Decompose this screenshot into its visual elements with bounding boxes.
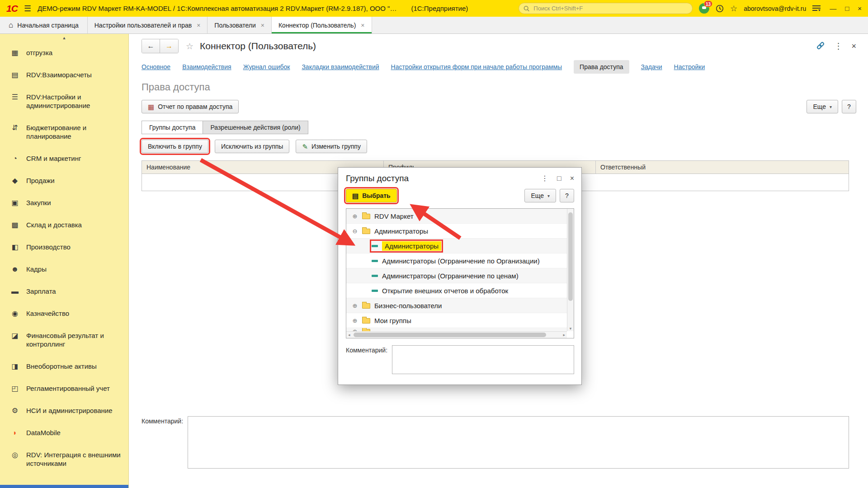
history-icon[interactable] xyxy=(716,5,724,13)
tree-row-administrators-org[interactable]: Администраторы (Огрраничение по Организа… xyxy=(346,253,567,268)
more-menu-icon[interactable]: ⋮ xyxy=(834,42,842,50)
sidebar-scroll-up[interactable]: ▲ xyxy=(0,34,128,42)
toolbar-right-group: Еще ▾ ? xyxy=(807,100,856,113)
nav-link-interactions[interactable]: Взаимодействия xyxy=(182,63,231,70)
sidebar-item-datamobile[interactable]: ◗ DataMobile xyxy=(0,422,128,444)
dialog-more-icon[interactable]: ⋮ xyxy=(541,175,548,182)
close-tab-icon[interactable]: × xyxy=(361,22,364,29)
column-responsible[interactable]: Ответственный xyxy=(596,161,849,174)
favorite-star-icon[interactable]: ☆ xyxy=(186,41,193,52)
edit-group-button[interactable]: ✎ Изменить группу xyxy=(296,140,367,153)
search-input[interactable] xyxy=(533,5,688,12)
sidebar-item-crm[interactable]: ◔ CRM и маркетинг xyxy=(0,147,128,169)
include-in-group-button[interactable]: Включить в группу xyxy=(142,140,208,153)
discussions-icon[interactable]: 13 xyxy=(699,3,709,14)
main-menu-icon[interactable]: ☰ xyxy=(24,4,31,14)
history-nav-group: ← → xyxy=(142,39,179,53)
sidebar-item-purchases[interactable]: ▣ Закупки xyxy=(0,192,128,214)
expand-icon[interactable]: ⊕ xyxy=(352,213,358,220)
close-window-icon[interactable]: × xyxy=(858,5,862,12)
nav-link-tasks[interactable]: Задачи xyxy=(641,63,662,70)
sidebar-item-settlements[interactable]: ▤ RDV:Взаиморасчеты xyxy=(0,64,128,86)
warehouse-icon: ▩ xyxy=(10,221,20,229)
maximize-icon[interactable]: □ xyxy=(845,5,849,12)
dialog-more-button[interactable]: Еще ▾ xyxy=(524,189,556,202)
budgeting-icon: ⇵ xyxy=(10,123,20,132)
scrollbar-thumb[interactable] xyxy=(568,212,573,301)
access-rights-report-button[interactable]: ▦ Отчет по правам доступа xyxy=(142,100,239,113)
sidebar-item-finance[interactable]: ◪ Финансовый результат и контроллинг xyxy=(0,324,128,355)
forward-button[interactable]: → xyxy=(160,39,178,53)
notification-badge: 13 xyxy=(704,0,712,7)
nav-link-settings[interactable]: Настройки xyxy=(674,63,705,70)
tree-row-rdv-market[interactable]: ⊕ RDV Маркет xyxy=(346,209,567,224)
close-form-icon[interactable]: × xyxy=(851,42,856,50)
tab-users[interactable]: Пользователи × xyxy=(208,17,272,33)
sidebar-item-hr[interactable]: ☻ Кадры xyxy=(0,258,128,280)
tree-row-partial[interactable]: ⊕ xyxy=(346,328,567,331)
minimize-icon[interactable]: — xyxy=(830,5,836,12)
tree-row-my-groups[interactable]: ⊕ Мои группы xyxy=(346,313,567,328)
scrollbar-thumb[interactable] xyxy=(354,333,546,337)
sidebar-item-rdv-admin[interactable]: ☰ RDV:Настройки и администрирование xyxy=(0,86,128,117)
tree-row-external-reports[interactable]: Открытие внешних отчетов и обработок xyxy=(346,283,567,298)
nav-link-access-rights[interactable]: Права доступа xyxy=(574,60,629,74)
close-tab-icon[interactable]: × xyxy=(261,22,264,29)
tab-allowed-actions[interactable]: Разрешенные действия (роли) xyxy=(203,121,308,134)
sidebar-scroll-down[interactable] xyxy=(0,485,128,488)
get-link-icon[interactable] xyxy=(816,41,825,52)
scroll-right-icon[interactable]: ▸ xyxy=(563,332,565,338)
sidebar-item-assets[interactable]: ◨ Внеоборотные активы xyxy=(0,355,128,377)
access-group-icon xyxy=(372,290,378,292)
nav-link-form-open-settings[interactable]: Настройки открытия форм при начале работ… xyxy=(391,63,562,70)
collapse-icon[interactable]: ⊖ xyxy=(352,228,358,235)
dialog-comment-input[interactable] xyxy=(392,345,574,374)
sidebar-item-treasury[interactable]: ◉ Казначейство xyxy=(0,302,128,324)
tab-access-groups[interactable]: Группы доступа xyxy=(142,121,203,134)
user-account[interactable]: aborovtsova@rdv-it.ru xyxy=(744,5,806,12)
tree-row-administrators-folder[interactable]: ⊖ Администраторы xyxy=(346,224,567,239)
scroll-down-icon[interactable]: ▼ xyxy=(567,327,574,331)
tree-row-administrators-price[interactable]: Администраторы (Огрраничение по ценам) xyxy=(346,268,567,283)
tab-connector-user[interactable]: Коннектор (Пользователь) × xyxy=(272,17,372,33)
dialog-help-button[interactable]: ? xyxy=(560,189,574,202)
sidebar-item-salary[interactable]: ▬ Зарплата xyxy=(0,280,128,302)
horizontal-scrollbar[interactable]: ◂ ▸ xyxy=(346,331,567,338)
select-button[interactable]: ▤ Выбрать xyxy=(346,189,397,202)
tree-row-business-users[interactable]: ⊕ Бизнес-пользователи xyxy=(346,298,567,313)
tab-user-rights-settings[interactable]: Настройки пользователей и прав × xyxy=(88,17,208,33)
sidebar-item-shipment[interactable]: ▦ отгрузка xyxy=(0,42,128,64)
section-title: Права доступа xyxy=(142,81,868,93)
sidebar: ▲ ▦ отгрузка ▤ RDV:Взаиморасчеты ☰ RDV:Н… xyxy=(0,34,129,488)
sidebar-item-production[interactable]: ◧ Производство xyxy=(0,236,128,258)
expand-icon[interactable]: ⊕ xyxy=(352,317,358,324)
help-button[interactable]: ? xyxy=(842,100,856,113)
sidebar-item-budgeting[interactable]: ⇵ Бюджетирование и планирование xyxy=(0,117,128,147)
sidebar-item-warehouse[interactable]: ▩ Склад и доставка xyxy=(0,214,128,236)
global-search[interactable] xyxy=(519,3,693,14)
sidebar-item-rdv-integration[interactable]: ◎ RDV: Интеграция с внешними источниками xyxy=(0,444,128,474)
dialog-toolbar: ▤ Выбрать Еще ▾ ? xyxy=(338,183,581,202)
tab-home[interactable]: ⌂ Начальная страница xyxy=(0,17,88,33)
nav-link-main[interactable]: Основное xyxy=(142,63,170,70)
sidebar-item-nsi-admin[interactable]: ⚙ НСИ и администрирование xyxy=(0,399,128,422)
access-rights-toolbar: ▦ Отчет по правам доступа Еще ▾ ? xyxy=(129,93,868,113)
expand-icon[interactable]: ⊕ xyxy=(352,302,358,309)
dialog-close-icon[interactable]: × xyxy=(570,175,574,182)
favorites-star-icon[interactable]: ☆ xyxy=(730,4,737,14)
more-button[interactable]: Еще ▾ xyxy=(807,100,838,113)
back-button[interactable]: ← xyxy=(142,39,160,53)
tree-row-administrators[interactable]: Администраторы xyxy=(346,239,567,253)
nav-link-interaction-bookmarks[interactable]: Закладки взаимодействий xyxy=(302,63,379,70)
exclude-from-group-button[interactable]: Исключить из группы xyxy=(215,140,290,153)
bar-chart-icon: ◪ xyxy=(10,331,20,340)
nav-link-error-log[interactable]: Журнал ошибок xyxy=(243,63,290,70)
close-tab-icon[interactable]: × xyxy=(197,22,200,29)
scroll-left-icon[interactable]: ◂ xyxy=(348,332,350,338)
comment-input[interactable] xyxy=(188,416,849,469)
vertical-scrollbar[interactable]: ▼ xyxy=(567,209,574,331)
sidebar-item-regulated[interactable]: ◰ Регламентированный учет xyxy=(0,377,128,399)
sidebar-item-sales[interactable]: ◆ Продажи xyxy=(0,169,128,192)
service-menu-icon[interactable] xyxy=(812,5,821,12)
dialog-maximize-icon[interactable]: □ xyxy=(557,175,561,182)
